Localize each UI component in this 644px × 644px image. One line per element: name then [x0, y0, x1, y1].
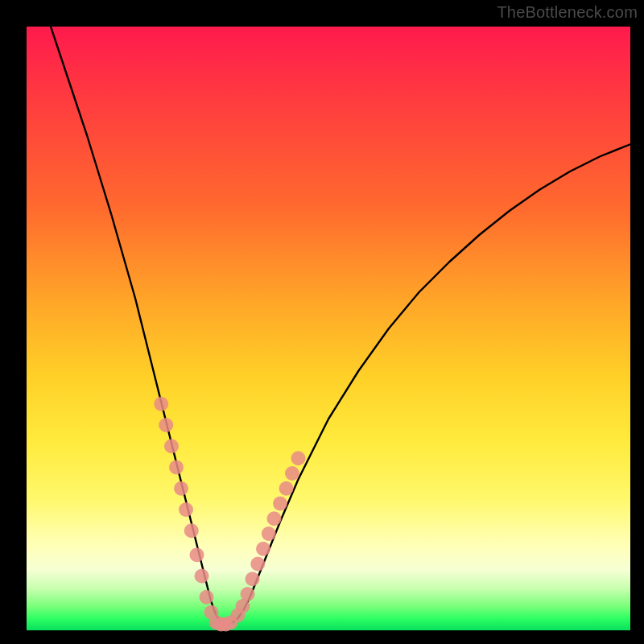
data-point	[262, 526, 276, 541]
data-point	[267, 511, 282, 526]
data-point	[285, 466, 299, 481]
data-point	[164, 439, 179, 453]
data-point	[250, 557, 265, 572]
data-point	[169, 460, 184, 475]
data-point	[195, 569, 209, 584]
bottleneck-curve-path	[51, 27, 630, 625]
data-point	[200, 590, 214, 605]
data-point	[159, 418, 173, 432]
data-point	[291, 451, 306, 465]
watermark-text: TheBottleneck.com	[497, 3, 638, 22]
data-point	[184, 523, 199, 538]
data-point	[224, 615, 238, 630]
data-point	[154, 397, 168, 411]
data-point	[246, 572, 260, 586]
data-point	[190, 547, 204, 562]
chart-svg	[27, 27, 630, 630]
data-point	[273, 497, 287, 511]
chart-frame: TheBottleneck.com	[0, 0, 644, 644]
data-point	[279, 481, 294, 496]
data-point	[174, 481, 188, 496]
curve-layer	[51, 27, 630, 625]
data-point	[256, 542, 270, 556]
data-point	[241, 587, 255, 601]
data-point	[179, 502, 193, 517]
